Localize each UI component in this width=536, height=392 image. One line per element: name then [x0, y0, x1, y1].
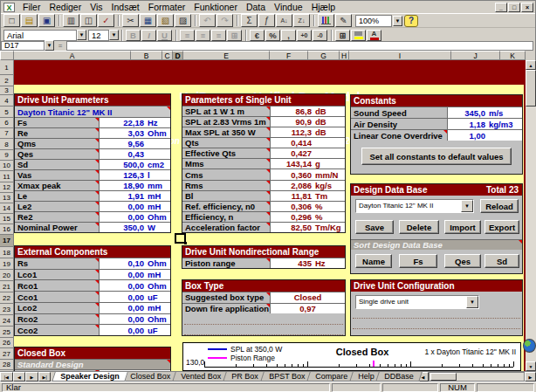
row-header-13[interactable]: 13	[0, 193, 14, 203]
column-header-G[interactable]: G	[308, 51, 340, 60]
menu-funktioner[interactable]: Funktioner	[189, 2, 242, 13]
tab-compare[interactable]: Compare	[306, 372, 356, 382]
horizontal-scroll-thumb[interactable]	[430, 373, 457, 381]
chart-object[interactable]: SPL at 350,0 W Piston Range Closed Box 1…	[182, 342, 521, 371]
scroll-up-icon[interactable]: ▲	[526, 60, 536, 70]
row-header-3[interactable]: 3	[0, 86, 14, 95]
menu-vis[interactable]: Vis	[86, 2, 107, 13]
undo-icon[interactable]: ↶	[199, 14, 216, 27]
fill-color-icon[interactable]	[351, 30, 366, 41]
row-header-21[interactable]: 21	[0, 281, 14, 292]
column-header-E[interactable]: E	[183, 51, 270, 60]
set-constants-default-button[interactable]: Set all constants to default values	[361, 148, 512, 165]
bold-icon[interactable]: B	[126, 30, 141, 41]
cell-value[interactable]: 0,00uF	[99, 292, 170, 302]
close-button[interactable]: ×	[521, 3, 533, 12]
row-header-2[interactable]: 2	[0, 75, 14, 86]
tab-speaker-design[interactable]: Speaker Design	[52, 372, 128, 382]
scroll-down-icon[interactable]: ▼	[526, 361, 536, 371]
formula-input[interactable]	[66, 41, 533, 51]
column-header-H[interactable]: H	[340, 51, 349, 60]
menu-rediger[interactable]: Rediger	[45, 2, 86, 13]
row-header-14[interactable]: 14	[0, 203, 14, 214]
cell-value[interactable]: 0,00Ohm	[99, 280, 170, 291]
drive-configuration-dropdown[interactable]: Single drive unit ▼	[355, 295, 479, 309]
font-size-select[interactable]: 12	[88, 30, 109, 41]
row-header-5[interactable]: 5	[0, 107, 14, 118]
tab-closed-box[interactable]: Closed Box	[121, 372, 179, 382]
namebox-dropdown-arrow-icon[interactable]: ▼	[45, 40, 54, 51]
menu-formater[interactable]: Formater	[144, 2, 190, 13]
cell-value[interactable]: 86,8dB	[270, 107, 345, 116]
font-dropdown-arrow-icon[interactable]: ▼	[77, 30, 86, 40]
row-header-11[interactable]: 11	[0, 171, 14, 182]
save-icon[interactable]: ▣	[38, 14, 55, 27]
percent-icon[interactable]: %	[265, 30, 280, 41]
first-sheet-icon[interactable]: |◀	[0, 372, 13, 382]
borders-icon[interactable]: ⊞	[335, 30, 350, 41]
sort-by-fs-button[interactable]: Fs	[399, 254, 437, 268]
column-header-A[interactable]: A	[14, 51, 131, 60]
sort-by-name-button[interactable]: Name	[355, 254, 392, 268]
import-button[interactable]: Import	[444, 220, 481, 234]
align-center-icon[interactable]: ≡	[196, 30, 210, 41]
tab-ddbase[interactable]: DDBase	[376, 372, 423, 382]
row-header-15[interactable]: 15	[0, 214, 14, 224]
next-sheet-icon[interactable]: ▶	[25, 372, 38, 382]
cell-value[interactable]: 18,90mm	[99, 181, 170, 190]
new-icon[interactable]: □	[3, 14, 20, 27]
decrease-decimal-icon[interactable]: -0	[313, 30, 327, 41]
menu-data[interactable]: Data	[242, 2, 270, 13]
cell-value[interactable]: 435Hz	[270, 258, 345, 268]
sort-by-qes-button[interactable]: Qes	[444, 254, 481, 268]
save-button[interactable]: Save	[355, 220, 394, 234]
font-name-select[interactable]: Arial	[3, 30, 77, 41]
cell-value[interactable]: 82,50Tm/Kg	[270, 223, 345, 232]
cell-value[interactable]: 112,3dB	[270, 127, 345, 137]
drawing-icon[interactable]: ✎	[335, 14, 352, 27]
row-header-4[interactable]: 4	[0, 95, 14, 107]
align-right-icon[interactable]: ≡	[211, 30, 226, 41]
tab-bpst-box[interactable]: BPST Box	[260, 372, 313, 382]
sort-ascending-icon[interactable]: A↓	[276, 14, 292, 27]
restore-button[interactable]: □	[508, 3, 520, 12]
cell-value[interactable]: 0,00uF	[99, 325, 170, 335]
previous-sheet-icon[interactable]: ◀	[13, 372, 26, 382]
print-preview-icon[interactable]: ◫	[80, 14, 97, 27]
format-painter-icon[interactable]: ▨	[175, 14, 191, 27]
vertical-scrollbar[interactable]: ▲ ▼	[526, 60, 536, 371]
merge-center-icon[interactable]: ⊞	[227, 30, 242, 41]
cell-value[interactable]: 350,0W	[99, 223, 170, 232]
row-header-25[interactable]: 25	[0, 327, 14, 338]
row-header-23[interactable]: 23	[0, 304, 14, 315]
dropdown-arrow-icon[interactable]: ▼	[466, 296, 478, 308]
cell-value[interactable]: 0,306%	[270, 202, 345, 211]
cell-value[interactable]: 22,18Hz	[99, 118, 170, 127]
row-header-16[interactable]: 16	[0, 224, 14, 235]
row-header-7[interactable]: 7	[0, 128, 14, 139]
menu-indsæt[interactable]: Indsæt	[107, 2, 144, 13]
autosum-icon[interactable]: Σ	[241, 14, 258, 27]
cell-value[interactable]: 0,00mH	[99, 202, 170, 211]
row-header-10[interactable]: 10	[0, 161, 14, 171]
cell-value[interactable]: 0,00Ohm	[99, 212, 170, 222]
cell-value[interactable]: 1,18kg/m3	[447, 119, 522, 129]
redo-icon[interactable]: ↷	[216, 14, 233, 27]
last-sheet-icon[interactable]: ▶|	[38, 372, 52, 382]
horizontal-scrollbar[interactable]: ◀ ▶	[417, 372, 536, 382]
column-header-K[interactable]: K	[500, 51, 526, 60]
zoom-level-select[interactable]: 100%	[355, 15, 392, 27]
cell-value[interactable]: 345,0m/s	[447, 107, 522, 118]
menu-hjælp[interactable]: Hjælp	[307, 2, 340, 13]
tab-vented-box[interactable]: Vented Box	[172, 372, 230, 382]
cell-value[interactable]: 126,3l	[99, 170, 170, 180]
vertical-scroll-thumb[interactable]	[526, 70, 536, 107]
cell-value[interactable]: 0,414	[270, 138, 345, 148]
italic-icon[interactable]: I	[141, 30, 156, 41]
reload-button[interactable]: Reload	[480, 199, 519, 213]
row-header-1[interactable]: 1	[0, 60, 14, 75]
column-header-D[interactable]: D	[173, 51, 183, 60]
minimize-button[interactable]: _	[495, 3, 507, 12]
scroll-right-icon[interactable]: ▶	[525, 372, 536, 382]
spelling-icon[interactable]: ✓	[98, 14, 114, 27]
